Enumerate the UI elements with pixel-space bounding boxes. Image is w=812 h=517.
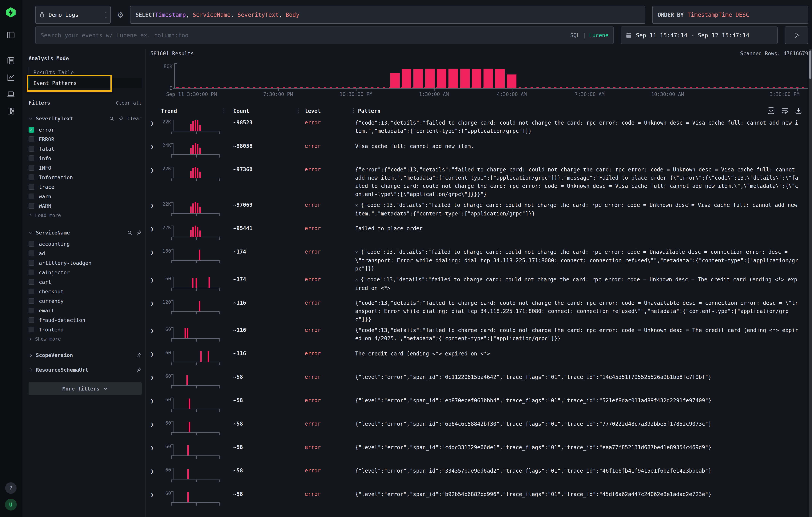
histogram-bar[interactable] — [495, 69, 505, 88]
expand-row-chevron-icon[interactable]: ❯ — [150, 141, 158, 163]
pin-icon[interactable] — [136, 367, 142, 373]
checkbox[interactable] — [29, 308, 34, 313]
excluded-x-icon[interactable]: × — [355, 277, 361, 283]
vertical-scrollbar[interactable] — [809, 49, 812, 517]
checkbox[interactable] — [29, 203, 34, 209]
checkbox[interactable] — [29, 241, 34, 247]
expand-row-chevron-icon[interactable]: ❯ — [150, 298, 158, 323]
expand-row-chevron-icon[interactable]: ❯ — [150, 396, 158, 417]
histogram-bar[interactable] — [413, 69, 423, 88]
column-resize-handle[interactable]: ⋮ — [295, 107, 301, 114]
histogram-bar[interactable] — [402, 69, 411, 88]
pattern-text[interactable]: × {"code":13,"details":"failed to charge… — [355, 275, 808, 296]
column-header-count[interactable]: ⋮Count — [226, 108, 300, 114]
nav-chart-explorer[interactable] — [4, 71, 18, 84]
nav-dashboards[interactable] — [4, 105, 18, 118]
app-logo[interactable] — [5, 7, 17, 18]
source-select[interactable]: Demo Logs ⌃⌄ — [35, 6, 111, 24]
column-header-level[interactable]: ⋮level — [300, 108, 355, 114]
nav-search-logs[interactable] — [4, 54, 18, 67]
filter-group-scopeversion[interactable]: ScopeVersion — [29, 352, 142, 358]
filter-option[interactable]: warn — [29, 192, 142, 201]
filter-group-name[interactable]: SeverityText — [36, 116, 73, 121]
expand-row-chevron-icon[interactable]: ❯ — [150, 275, 158, 296]
column-header-trend[interactable]: Trend — [158, 108, 226, 114]
mode-results-table[interactable]: Results Table — [29, 67, 142, 78]
pattern-text[interactable]: {"level":"error","span_id":"eb870ecef063… — [355, 396, 808, 417]
checkbox[interactable] — [29, 289, 34, 294]
filter-group-resourceschemaurl[interactable]: ResourceSchemaUrl — [29, 367, 142, 373]
pin-icon[interactable] — [136, 353, 142, 358]
results-histogram[interactable]: 80K 0 Sep 11 3:30:00 PM7:30:00 PM10:30:0… — [174, 61, 808, 97]
checkbox[interactable] — [29, 136, 34, 142]
filter-option[interactable]: checkout — [29, 287, 142, 296]
run-query-button[interactable] — [785, 27, 808, 44]
filter-option[interactable]: cainjector — [29, 268, 142, 277]
expand-row-chevron-icon[interactable]: ❯ — [150, 200, 158, 222]
checkbox[interactable] — [29, 298, 34, 304]
pattern-text[interactable]: {"code":13,"details":"failed to charge c… — [355, 325, 808, 347]
checkbox[interactable] — [29, 194, 34, 199]
download-icon[interactable] — [794, 107, 803, 115]
expand-row-chevron-icon[interactable]: ❯ — [150, 349, 158, 370]
filter-option[interactable]: INFO — [29, 163, 142, 173]
expand-row-chevron-icon[interactable]: ❯ — [150, 489, 158, 511]
pattern-text[interactable]: Failed to place order — [355, 224, 808, 245]
filter-group-name[interactable]: ServiceName — [36, 230, 70, 236]
pattern-text[interactable]: {"level":"error","span_id":"cddc331329e6… — [355, 442, 808, 464]
user-avatar[interactable]: U — [5, 499, 17, 511]
expand-row-chevron-icon[interactable]: ❯ — [150, 165, 158, 198]
clear-group-button[interactable]: Clear — [127, 116, 142, 121]
filter-option[interactable]: ERROR — [29, 135, 142, 144]
pattern-text[interactable]: {"code":13,"details":"failed to charge c… — [355, 118, 808, 139]
filter-option[interactable]: artillery-loadgen — [29, 258, 142, 268]
pattern-text[interactable]: {"level":"error","span_id":"b92b54b6882b… — [355, 489, 808, 511]
mode-event-patterns[interactable]: Event Patterns — [29, 78, 142, 88]
filter-option[interactable]: info — [29, 153, 142, 163]
pattern-text[interactable]: {"error":{"code":13,"details":"failed to… — [355, 165, 808, 198]
filter-option[interactable]: ad — [29, 249, 142, 258]
select-clause-input[interactable]: SELECT Timestamp, ServiceName, SeverityT… — [130, 6, 645, 24]
pattern-text[interactable]: × {"code":13,"details":"failed to charge… — [355, 200, 808, 222]
show-more-button[interactable]: Show more — [29, 334, 142, 343]
checkbox[interactable] — [29, 146, 34, 152]
checkbox[interactable] — [29, 269, 34, 275]
text-wrap-icon[interactable] — [781, 107, 789, 115]
expand-row-chevron-icon[interactable]: ❯ — [150, 419, 158, 440]
checkbox[interactable] — [29, 327, 34, 333]
histogram-bar[interactable] — [507, 75, 517, 88]
mode-lucene[interactable]: Lucene — [589, 32, 608, 38]
expand-row-chevron-icon[interactable]: ❯ — [150, 372, 158, 394]
pin-icon[interactable] — [136, 230, 142, 235]
checkbox[interactable] — [29, 251, 34, 256]
expand-row-chevron-icon[interactable]: ❯ — [150, 466, 158, 487]
filter-option[interactable]: fatal — [29, 144, 142, 153]
histogram-bar[interactable] — [484, 68, 493, 88]
filter-option[interactable]: accounting — [29, 239, 142, 249]
checkbox[interactable] — [29, 317, 34, 323]
more-filters-button[interactable]: More filters — [29, 382, 142, 395]
help-button[interactable]: ? — [5, 482, 17, 494]
filter-option[interactable]: frontend — [29, 325, 142, 334]
pattern-text[interactable]: {"level":"error","span_id":"334357bae9ed… — [355, 466, 808, 487]
column-resize-handle[interactable]: ⋮ — [221, 107, 227, 114]
pin-icon[interactable] — [118, 116, 124, 121]
column-header-pattern[interactable]: ⋮Pattern — [355, 108, 808, 114]
checkbox[interactable] — [29, 165, 34, 171]
excluded-x-icon[interactable]: × — [355, 250, 361, 255]
pattern-text[interactable]: The credit card (ending <*> expired on <… — [355, 349, 808, 370]
histogram-bar[interactable] — [437, 69, 446, 88]
expand-row-chevron-icon[interactable]: ❯ — [150, 325, 158, 347]
chevron-down-icon[interactable] — [29, 230, 33, 235]
sidebar-collapse-button[interactable] — [4, 28, 18, 42]
expand-row-chevron-icon[interactable]: ❯ — [150, 118, 158, 139]
checkbox-checked[interactable]: ✓ — [29, 127, 34, 133]
filter-option[interactable]: WARN — [29, 201, 142, 211]
code-view-icon[interactable] — [767, 107, 775, 115]
expand-row-chevron-icon[interactable]: ❯ — [150, 247, 158, 273]
source-settings[interactable]: ⚙ — [115, 6, 126, 24]
chevron-down-icon[interactable] — [29, 116, 33, 121]
pattern-text[interactable]: {"level":"error","span_id":"6b64c6c58842… — [355, 419, 808, 440]
search-icon[interactable] — [109, 116, 114, 121]
excluded-x-icon[interactable]: × — [355, 203, 361, 208]
